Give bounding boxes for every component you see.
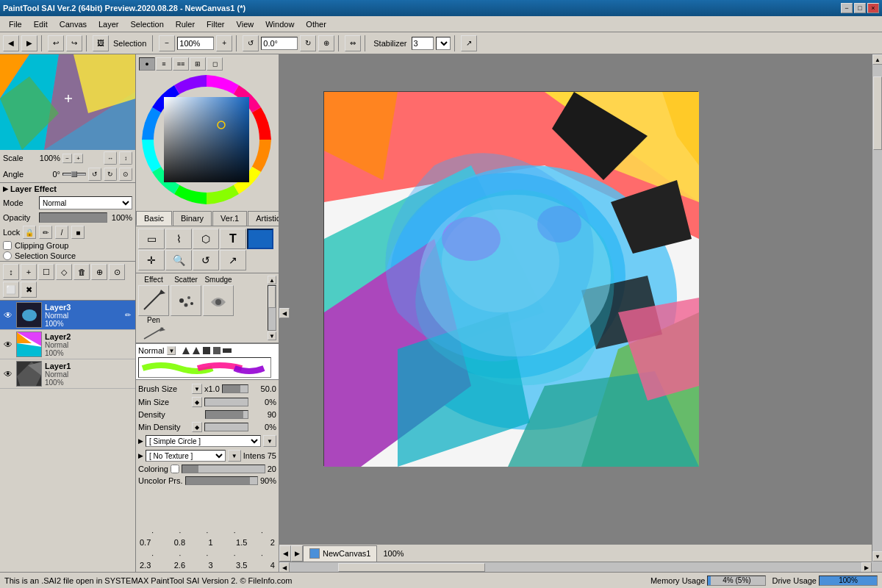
tool-tab-basic[interactable]: Basic: [136, 211, 172, 226]
layer-tool-rect[interactable]: ☐: [38, 264, 54, 280]
flip-v-btn[interactable]: ↕: [119, 151, 132, 165]
brush-scroll-up[interactable]: ▲: [268, 276, 276, 284]
layer-tool-new[interactable]: +: [21, 264, 37, 280]
tool-move[interactable]: ✛: [138, 250, 165, 270]
simple-circle-select[interactable]: [ Simple Circle ]: [146, 435, 261, 447]
density-slider[interactable]: [205, 410, 248, 419]
clipping-group-checkbox[interactable]: [3, 241, 12, 250]
brush-scroll-down[interactable]: ▼: [268, 331, 276, 340]
toolbar-nav-next[interactable]: ▶: [21, 35, 37, 51]
layer1-visibility[interactable]: 👁: [1, 368, 15, 381]
menu-ruler[interactable]: Ruler: [170, 18, 201, 30]
brush-size-dropdown[interactable]: ▼: [192, 384, 202, 394]
layer-item-1[interactable]: 👁 Layer1 Normal 100%: [0, 359, 135, 389]
toolbar-flip[interactable]: ⇔: [345, 35, 361, 51]
tool-select-lasso[interactable]: ⌇: [165, 229, 192, 249]
toolbar-rotate-reset[interactable]: ⊕: [318, 35, 334, 51]
scroll-v-down-btn[interactable]: ▼: [872, 551, 882, 562]
lock-opacity-btn[interactable]: ✏: [39, 226, 52, 239]
tool-zoom[interactable]: 🔍: [165, 250, 192, 270]
toolbar-zoom-minus[interactable]: −: [159, 35, 175, 51]
scroll-h-left-btn[interactable]: ◀: [279, 562, 290, 572]
lock-pixels-btn[interactable]: /: [55, 226, 68, 239]
canvas-tab-scroll-right[interactable]: ▶: [291, 545, 303, 562]
min-size-slider[interactable]: [204, 398, 248, 406]
brush-smudge-icon[interactable]: [203, 285, 234, 316]
tool-tab-artistic[interactable]: Artistic: [248, 211, 279, 226]
toolbar-zoom-plus[interactable]: +: [216, 35, 232, 51]
toolbar-rotate-input[interactable]: [261, 37, 298, 50]
selection-source-radio[interactable]: [3, 251, 12, 260]
canvas-tab-scroll-left[interactable]: ◀: [279, 545, 291, 562]
brush-normal-dropdown[interactable]: ▼: [167, 346, 176, 355]
canvas-nav-left[interactable]: ◀: [279, 308, 290, 318]
menu-file[interactable]: File: [3, 18, 28, 30]
layer-tool-square[interactable]: ⬜: [3, 282, 19, 298]
menu-edit[interactable]: Edit: [28, 18, 54, 30]
scroll-h-thumb[interactable]: [338, 563, 485, 572]
layer-effect-header[interactable]: ▶ Layer Effect: [3, 184, 132, 193]
coloring-bar[interactable]: [182, 465, 265, 473]
no-texture-select[interactable]: [ No Texture ]: [146, 450, 226, 462]
uncolor-bar[interactable]: [185, 476, 258, 485]
tool-tab-binary[interactable]: Binary: [173, 211, 212, 226]
rotate-cw-btn[interactable]: ↻: [104, 168, 117, 181]
toolbar-nav-prev[interactable]: ◀: [3, 35, 19, 51]
color-tab-palette[interactable]: ≡≡: [173, 57, 189, 71]
color-tab-grid[interactable]: ⊞: [190, 57, 206, 71]
color-tab-wheel[interactable]: ●: [139, 57, 155, 71]
close-button[interactable]: ×: [867, 3, 879, 13]
brush-shape-triangle-up2[interactable]: [192, 346, 201, 355]
color-tab-slider[interactable]: ≡: [156, 57, 172, 71]
lock-all-btn[interactable]: 🔒: [23, 226, 36, 239]
min-density-slider[interactable]: [204, 423, 248, 431]
flip-h-btn[interactable]: ↔: [104, 151, 117, 165]
coloring-checkbox[interactable]: [171, 465, 179, 473]
color-wheel-container[interactable]: [139, 72, 275, 208]
menu-other[interactable]: Other: [300, 18, 332, 30]
brush-shape-square2[interactable]: [212, 346, 221, 355]
layer-item-2[interactable]: 👁 Layer2 Normal 100%: [0, 330, 135, 359]
simple-circle-arrow[interactable]: ▶: [138, 437, 143, 445]
toolbar-redo[interactable]: ↪: [66, 35, 82, 51]
layer-tool-close[interactable]: ✖: [21, 282, 37, 298]
scroll-v-up-btn[interactable]: ▲: [872, 54, 882, 65]
layer3-visibility[interactable]: 👁: [1, 309, 15, 322]
tool-color-swatch[interactable]: [247, 229, 273, 249]
layer-tool-move[interactable]: ↕: [3, 264, 19, 280]
menu-layer[interactable]: Layer: [93, 18, 125, 30]
layer2-visibility[interactable]: 👁: [1, 338, 15, 351]
layer-tool-mask[interactable]: ◇: [56, 264, 72, 280]
tool-tab-ver1[interactable]: Ver.1: [212, 211, 247, 226]
menu-filter[interactable]: Filter: [201, 18, 230, 30]
canvas-scroll-vertical[interactable]: ▲ ▼: [872, 54, 882, 562]
menu-view[interactable]: View: [231, 18, 260, 30]
tool-rotate[interactable]: ↺: [193, 250, 219, 270]
tool-select-rect[interactable]: ▭: [138, 229, 165, 249]
lock-fill-btn[interactable]: ■: [71, 226, 85, 239]
color-tab-swatch[interactable]: ◻: [207, 57, 223, 71]
scale-minus-btn[interactable]: −: [62, 154, 72, 163]
brush-effect-icon[interactable]: [138, 285, 169, 316]
canvas-area[interactable]: ◀: [279, 54, 882, 572]
menu-canvas[interactable]: Canvas: [54, 18, 93, 30]
rotate-ccw-btn[interactable]: ↺: [88, 168, 101, 181]
no-texture-btn[interactable]: ▼: [228, 450, 241, 462]
tool-eyedropper[interactable]: ↗: [220, 250, 246, 270]
layer-item-3[interactable]: 👁 Layer3 Normal 100% ✏: [0, 301, 135, 330]
menu-selection[interactable]: Selection: [125, 18, 170, 30]
tool-magic-wand[interactable]: ⬡: [193, 229, 219, 249]
toolbar-rotate-right[interactable]: ↻: [300, 35, 316, 51]
no-texture-arrow[interactable]: ▶: [138, 452, 143, 459]
layer3-edit[interactable]: ✏: [122, 309, 134, 321]
toolbar-stabilizer-input[interactable]: [412, 37, 434, 50]
brush-scatter-icon[interactable]: [171, 285, 201, 316]
tool-text[interactable]: T: [220, 229, 246, 249]
canvas-scroll-horizontal[interactable]: ◀ ▶: [279, 562, 872, 572]
toolbar-zoom-input[interactable]: [177, 37, 214, 50]
menu-window[interactable]: Window: [259, 18, 300, 30]
canvas-tab-new-canvas[interactable]: NewCanvas1: [303, 545, 377, 562]
scale-plus-btn[interactable]: +: [74, 154, 83, 163]
layer-tool-circle[interactable]: ⊙: [109, 264, 125, 280]
layer-tool-delete[interactable]: 🗑: [74, 264, 90, 280]
